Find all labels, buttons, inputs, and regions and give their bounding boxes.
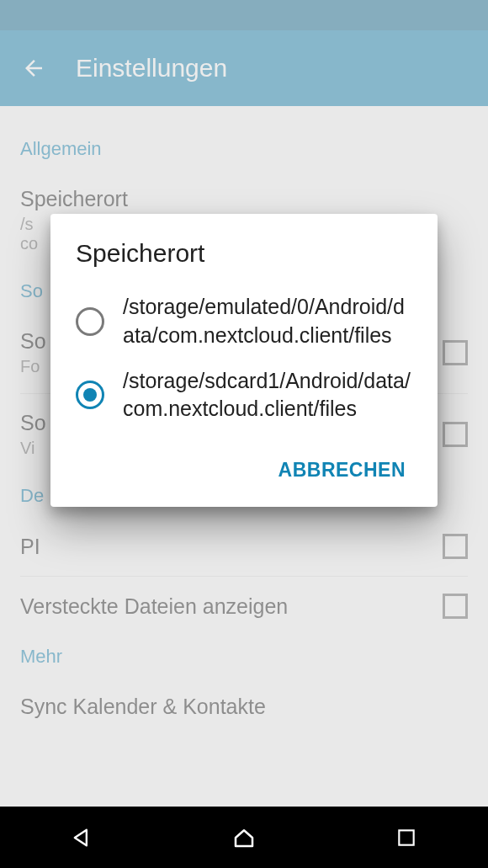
nav-back-button[interactable] <box>66 823 97 853</box>
storage-location-dialog: Speicherort /storage/emulated/0/Android/… <box>50 214 438 507</box>
radio-unchecked-icon <box>76 307 104 336</box>
radio-label: /storage/sdcard1/Android/data/com.nextcl… <box>123 367 412 424</box>
screen: Einstellungen Allgemein Speicherort /s c… <box>0 0 488 868</box>
navigation-bar <box>0 807 488 868</box>
home-outline-icon <box>231 825 257 850</box>
storage-option-internal[interactable]: /storage/emulated/0/Android/data/com.nex… <box>76 286 412 360</box>
radio-label: /storage/emulated/0/Android/data/com.nex… <box>123 293 412 350</box>
dialog-actions: ABBRECHEN <box>76 449 412 492</box>
triangle-back-icon <box>70 826 93 849</box>
nav-recent-button[interactable] <box>391 823 422 853</box>
cancel-button[interactable]: ABBRECHEN <box>272 449 412 492</box>
storage-option-sdcard[interactable]: /storage/sdcard1/Android/data/com.nextcl… <box>76 360 412 434</box>
nav-home-button[interactable] <box>229 823 259 853</box>
radio-checked-icon <box>76 381 104 409</box>
square-recent-icon <box>395 827 417 849</box>
dialog-title: Speicherort <box>76 239 412 268</box>
svg-rect-0 <box>400 830 414 844</box>
